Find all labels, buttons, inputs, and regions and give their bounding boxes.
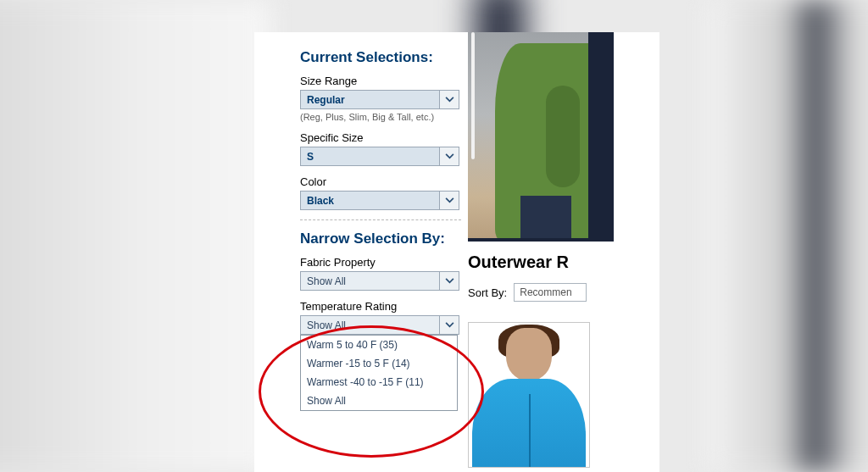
size-range-helper: (Reg, Plus, Slim, Big & Tall, etc.) bbox=[300, 112, 461, 122]
chevron-down-icon bbox=[439, 147, 459, 165]
temperature-rating-value: Show All bbox=[301, 319, 346, 331]
chevron-down-icon bbox=[439, 91, 459, 108]
chevron-down-icon bbox=[439, 192, 459, 209]
current-selections-title: Current Selections: bbox=[300, 49, 461, 66]
temperature-rating-dropdown[interactable]: Warm 5 to 40 F (35) Warmer -15 to 5 F (1… bbox=[300, 335, 458, 411]
field-fabric-property: Fabric Property Show All bbox=[300, 256, 461, 291]
specific-size-value: S bbox=[301, 151, 314, 163]
fabric-property-select[interactable]: Show All bbox=[300, 271, 459, 291]
sort-by-select[interactable]: Recommen bbox=[514, 283, 587, 302]
product-card[interactable] bbox=[468, 322, 590, 468]
temperature-option[interactable]: Warm 5 to 40 F (35) bbox=[301, 336, 457, 354]
results-heading: Outerwear R bbox=[468, 253, 569, 272]
filter-sidebar: Current Selections: Size Range Regular (… bbox=[254, 32, 468, 472]
size-range-select[interactable]: Regular bbox=[300, 90, 459, 109]
fabric-property-label: Fabric Property bbox=[300, 256, 461, 269]
divider bbox=[300, 219, 461, 220]
temperature-rating-select[interactable]: Show All bbox=[300, 315, 459, 335]
field-size-range: Size Range Regular (Reg, Plus, Slim, Big… bbox=[300, 75, 461, 122]
chevron-down-icon bbox=[439, 272, 459, 290]
size-range-value: Regular bbox=[301, 94, 345, 106]
filter-and-results-panel: Current Selections: Size Range Regular (… bbox=[254, 32, 659, 472]
temperature-option[interactable]: Warmer -15 to 5 F (14) bbox=[301, 354, 457, 373]
sort-row: Sort By: Recommen bbox=[468, 283, 587, 302]
specific-size-label: Specific Size bbox=[300, 131, 461, 144]
temperature-option[interactable]: Show All bbox=[301, 391, 457, 410]
temperature-option[interactable]: Warmest -40 to -15 F (11) bbox=[301, 373, 457, 391]
specific-size-select[interactable]: S bbox=[300, 147, 459, 166]
color-value: Black bbox=[301, 195, 334, 207]
sort-by-label: Sort By: bbox=[468, 286, 507, 299]
size-range-label: Size Range bbox=[300, 75, 461, 87]
field-specific-size: Specific Size S bbox=[300, 131, 461, 166]
field-temperature-rating: Temperature Rating Show All Warm 5 to 40… bbox=[300, 300, 461, 335]
narrow-by-title: Narrow Selection By: bbox=[300, 230, 461, 247]
sort-by-value: Recommen bbox=[520, 286, 571, 298]
color-label: Color bbox=[300, 175, 461, 188]
results-area: Outerwear R Sort By: Recommen bbox=[468, 32, 659, 472]
hero-image bbox=[468, 32, 614, 242]
color-select[interactable]: Black bbox=[300, 191, 459, 210]
chevron-down-icon bbox=[439, 316, 459, 334]
temperature-rating-label: Temperature Rating bbox=[300, 300, 461, 313]
fabric-property-value: Show All bbox=[301, 275, 346, 287]
field-color: Color Black bbox=[300, 175, 461, 210]
